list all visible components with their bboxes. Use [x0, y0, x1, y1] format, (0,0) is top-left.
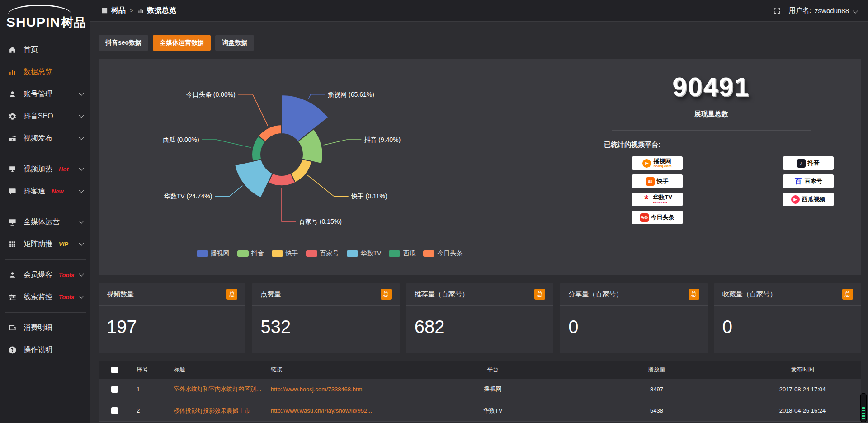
row-platform: 播视网 [416, 379, 570, 400]
select-all-cell [99, 361, 130, 379]
stat-card-header: 推荐量（百家号） 总 [406, 283, 553, 306]
logo-arc [8, 5, 71, 14]
chevron-down-icon [79, 219, 84, 224]
total-badge[interactable]: 总 [226, 289, 237, 300]
row-title[interactable]: 室外水纹灯和室内水纹灯的区别和简介 [167, 379, 264, 400]
breadcrumb-current: 数据总览 [147, 6, 176, 15]
legend-item-xigua[interactable]: 西瓜 [389, 249, 415, 258]
video-table: 序号标题链接平台播放量发布时间 1 室外水纹灯和室内水纹灯的区别和简介 http… [99, 361, 861, 422]
pie-label-baijiahao: 百家号 (0.15%) [299, 218, 342, 225]
legend-label: 华数TV [361, 249, 382, 258]
table-body: 1 室外水纹灯和室内水纹灯的区别和简介 http://www.boosj.com… [99, 379, 861, 421]
fullscreen-icon[interactable] [773, 7, 781, 14]
kuaishou-logo-icon: 88 [646, 177, 655, 186]
chart-legend: 播视网抖音快手百家号华数TV西瓜今日头条 [99, 249, 561, 258]
legend-item-baijiahao[interactable]: 百家号 [306, 249, 339, 258]
row-title[interactable]: 楼体投影灯投影效果震撼上市 [167, 400, 264, 421]
chat-icon [8, 187, 17, 196]
row-checkbox[interactable] [111, 386, 118, 393]
total-badge[interactable]: 总 [381, 289, 392, 300]
sidebar-item-label: 数据总览 [24, 67, 52, 77]
chevron-down-icon [79, 188, 84, 193]
stat-card-video-count: 视频数量 总 197 [99, 283, 245, 353]
legend-chip [306, 250, 317, 257]
sidebar-item-douketong[interactable]: 抖客通New [0, 180, 90, 202]
summary-panel: 90491 展现量总数 已统计的视频平台: ▶播视网boosj.com88快手*… [561, 59, 861, 275]
row-select-cell [99, 400, 130, 421]
chevron-down-icon [79, 91, 84, 96]
pie-label-line-douyin [324, 140, 362, 145]
stat-card-label: 收藏量（百家号） [722, 290, 777, 299]
legend-item-wasu[interactable]: 华数TV [347, 249, 382, 258]
breadcrumb-root[interactable]: 树品 [111, 6, 126, 15]
row-platform: 华数TV [416, 400, 570, 421]
stat-card-label: 视频数量 [107, 290, 134, 299]
sidebar-item-account-manage[interactable]: 账号管理 [0, 83, 90, 105]
column-header: 标题 [167, 361, 264, 379]
total-badge[interactable]: 总 [534, 289, 545, 300]
pie-slice-wasu[interactable] [235, 159, 273, 198]
platform-name: 华数TV [653, 194, 672, 201]
logo-cn: 树品 [61, 16, 86, 29]
pie-label-line-boosj [308, 94, 325, 99]
rose-pie-chart: 播视网 (65.61%)抖音 (9.40%)快手 (0.11%)百家号 (0.1… [99, 64, 560, 250]
pie-slice-toutiao[interactable] [258, 125, 282, 141]
home-icon [8, 46, 17, 54]
legend-item-douyin[interactable]: 抖音 [237, 249, 264, 258]
row-link[interactable]: http://www.boosj.com/7338468.html [264, 379, 416, 400]
legend-label: 播视网 [211, 249, 230, 258]
tab-douyin-seo-data[interactable]: 抖音seo数据 [99, 35, 148, 51]
app-logo: SHUPIN树品 [0, 0, 90, 33]
row-link[interactable]: http://www.wasu.cn/Play/show/id/952... [264, 400, 416, 421]
legend-item-kuaishou[interactable]: 快手 [272, 249, 298, 258]
row-num: 1 [130, 379, 167, 400]
column-header: 链接 [264, 361, 416, 379]
table-row: 2 楼体投影灯投影效果震撼上市 http://www.wasu.cn/Play/… [99, 400, 861, 421]
sidebar-menu: 首页数据总览账号管理抖音SEO视频发布视频加热Hot抖客通New全媒体运营矩阵助… [0, 39, 90, 361]
sidebar-item-data-overview[interactable]: 数据总览 [0, 61, 90, 83]
topbar: 树品 > 数据总览 用户名: zswodun88 [90, 0, 868, 22]
sidebar-item-consume-detail[interactable]: 消费明细 [0, 317, 90, 339]
total-badge[interactable]: 总 [689, 289, 699, 300]
legend-item-toutiao[interactable]: 今日头条 [423, 249, 462, 258]
row-time: 2018-04-26 16:24 [744, 400, 861, 421]
sidebar-item-tag: New [52, 188, 64, 195]
total-badge[interactable]: 总 [842, 289, 853, 300]
platform-name: 快手 [657, 177, 669, 185]
sidebar-item-label: 账号管理 [24, 89, 52, 99]
row-time: 2017-08-24 17:04 [744, 379, 861, 400]
user-menu[interactable]: 用户名: zswodun88 [789, 6, 857, 15]
sidebar-item-label: 抖客通 [24, 187, 45, 196]
sidebar-item-video-heat[interactable]: 视频加热Hot [0, 158, 90, 180]
sidebar-item-help[interactable]: 操作说明 [0, 339, 90, 361]
sidebar-divider [5, 154, 86, 154]
stat-card-value: 0 [714, 306, 861, 337]
video-icon [8, 134, 17, 143]
tab-inquiry-data[interactable]: 询盘数据 [215, 35, 254, 51]
sidebar-item-douyin-seo[interactable]: 抖音SEO [0, 105, 90, 127]
stat-card-share-count: 分享量（百家号） 总 0 [560, 283, 707, 353]
platform-name: 百家号 [805, 177, 822, 185]
select-all-checkbox[interactable] [111, 367, 118, 373]
stat-card-value: 0 [560, 306, 707, 337]
sidebar-item-media-operation[interactable]: 全媒体运营 [0, 211, 90, 233]
sidebar-item-matrix-boost[interactable]: 矩阵助推VIP [0, 233, 90, 255]
legend-item-boosj[interactable]: 播视网 [197, 249, 230, 258]
sidebar-item-video-publish[interactable]: 视频发布 [0, 127, 90, 150]
platform-badge-boosj: ▶播视网boosj.com [632, 156, 683, 170]
stat-card-header: 点赞量 总 [252, 283, 399, 306]
content: 抖音seo数据全媒体运营数据询盘数据 播视网 (65.61%)抖音 (9.40%… [90, 22, 868, 423]
pie-slice-boosj[interactable] [282, 95, 328, 141]
tab-media-operation-data[interactable]: 全媒体运营数据 [153, 35, 211, 51]
legend-chip [347, 250, 358, 257]
platform-badge-xigua: ▶西瓜视频 [783, 193, 834, 206]
sidebar-item-clue-monitor[interactable]: 线索监控Tools [0, 286, 90, 308]
floating-widget[interactable] [860, 393, 867, 422]
row-checkbox[interactable] [111, 407, 118, 414]
row-views: 5438 [570, 400, 744, 421]
main-area: 树品 > 数据总览 用户名: zswodun88 抖音seo数据全媒体运营数据询… [90, 0, 868, 423]
sidebar-item-member-baoke[interactable]: 会员爆客Tools [0, 264, 90, 286]
legend-chip [272, 250, 283, 257]
sidebar-divider [5, 312, 86, 313]
sidebar-item-home[interactable]: 首页 [0, 39, 90, 61]
